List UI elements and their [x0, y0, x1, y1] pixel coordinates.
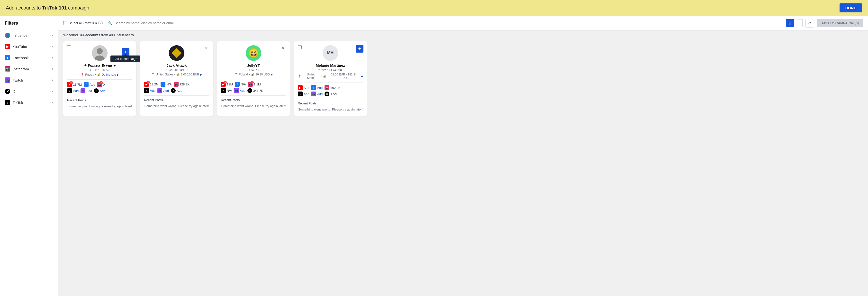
influencers-count: 493 influencers [109, 33, 134, 37]
x-stat-icon: ✕ [171, 88, 176, 93]
stat-tiktok-princess: ♪ Add [67, 88, 79, 93]
add-to-campaign-btn-melanie[interactable]: + [356, 45, 364, 53]
settings-button[interactable]: ⚙ [805, 19, 814, 28]
stat-twitch-jelly: 📺 Add [234, 88, 245, 93]
stat-facebook-jelly: f N/A [235, 82, 246, 87]
search-input[interactable] [105, 19, 783, 27]
rate-arrow: ▶ [117, 73, 119, 77]
add-youtube-btn-melanie[interactable]: Add [304, 86, 309, 90]
close-btn-jelly[interactable]: ✕ [280, 45, 286, 52]
main-layout: Filters 👤 Influencer ▾ ▶ YouTube ▾ f Fac… [0, 16, 868, 296]
rate-arrow: ▶ [271, 73, 273, 76]
recent-posts-error: Something went wrong. Please try again l… [221, 104, 286, 109]
card-meta-princess: F • ID 1019357 [67, 69, 132, 72]
stat-facebook-jack: f N/A [161, 82, 172, 87]
sidebar-item-youtube[interactable]: ▶ YouTube ▾ [0, 41, 58, 52]
add-twitch-btn-jelly[interactable]: Add [240, 89, 245, 92]
chevron-down-icon: ▾ [52, 45, 53, 48]
sidebar-item-influencer[interactable]: 👤 Influencer ▾ [0, 30, 58, 41]
sidebar-item-tiktok[interactable]: ♪ TikTok ▾ [0, 97, 58, 108]
location-icon: 📍 [234, 73, 238, 76]
avatar-image [92, 45, 107, 61]
add-facebook-btn-princess[interactable]: Add [90, 83, 95, 86]
add-twitch-btn-jack[interactable]: Add [163, 89, 169, 92]
toolbar: Select all (max 89) ? 🔍 ⊞ ☰ ⚙ ADD TO CAM… [58, 16, 868, 31]
person-icon: 👤 [5, 33, 10, 38]
card-name-melanie: Melanie Martinez [298, 63, 363, 67]
avatar-princess [92, 45, 107, 61]
add-tiktok-btn-melanie[interactable]: Add [304, 92, 309, 96]
influencer-card-jack: ✕ Jack Attack 21 y/o • ID 849011 📍 Unite… [140, 41, 213, 116]
sidebar: Filters 👤 Influencer ▾ ▶ YouTube ▾ f Fac… [0, 16, 58, 296]
add-facebook-btn-melanie[interactable]: Add [317, 86, 322, 90]
card-checkbox-princess[interactable] [67, 45, 71, 49]
chevron-down-icon: ▾ [52, 90, 53, 93]
add-to-campaign-button[interactable]: ADD TO CAMPAIGN (0) [817, 19, 863, 27]
recent-posts-label: Recent Posts [298, 101, 363, 105]
stats-row-1-jack: ▶ 2 13.2M f N/A 📷 128.3K [144, 82, 209, 87]
stat-x-melanie: ✕ 1.5M [324, 91, 337, 96]
add-tiktok-btn-jack[interactable]: Add [150, 89, 155, 92]
stat-facebook-princess: f Add [84, 82, 95, 87]
sidebar-item-twitch[interactable]: 📺 Twitch ▾ [0, 75, 58, 86]
tiktok-stat-icon: ♪ [298, 91, 303, 96]
stat-x-jack: ✕ Add [171, 88, 182, 93]
rate-arrow: ▶ [200, 73, 202, 76]
stat-instagram-melanie: 📷 462.2K [324, 85, 340, 90]
add-tiktok-btn-princess[interactable]: Add [73, 89, 79, 93]
influencer-card-melanie: + MM Melanie Martinez 29 y/o • ID 743734… [294, 41, 367, 116]
card-checkbox-melanie[interactable] [298, 45, 302, 49]
card-location-melanie: 📍 United States • 💰 68.00 EUR - 181.24 E… [298, 73, 363, 80]
recent-posts-label: Recent Posts [144, 98, 209, 102]
close-btn-jack[interactable]: ✕ [203, 45, 210, 52]
stat-instagram-princess: 📷 2 0 [97, 82, 104, 87]
view-toggle: ⊞ ☰ [786, 19, 803, 27]
instagram-stat-icon: 📷 2 [248, 82, 253, 87]
add-twitch-btn-princess[interactable]: Add [86, 89, 92, 93]
location-icon: 📍 [151, 73, 155, 76]
location-icon: 📍 [81, 73, 84, 77]
stat-tiktok-jelly: ♪ N/A [221, 88, 232, 93]
youtube-stat-icon: ▶ 6 [221, 82, 226, 87]
list-view-button[interactable]: ☰ [795, 19, 803, 27]
done-button[interactable]: DONE [840, 3, 862, 12]
sidebar-item-label: Facebook [13, 56, 29, 60]
card-location-jelly: 📍 Poland • 💰 96.38 USD ▶ [221, 73, 286, 76]
stat-twitch-princess: 📺 Add [81, 88, 92, 93]
stat-instagram-jack: 📷 128.3K [174, 82, 189, 87]
stat-facebook-melanie: f Add [311, 85, 322, 90]
recent-posts-label: Recent Posts [221, 98, 286, 102]
stats-row-1-melanie: ▶ Add f Add 📷 462.2K [298, 85, 363, 90]
stats-row-1-jelly: ▶ 6 13M f N/A 📷 2 1.1M [221, 82, 286, 87]
sidebar-item-label: Influencer [13, 33, 29, 37]
add-x-btn-princess[interactable]: Add [100, 89, 105, 93]
tiktok-icon: ♪ [5, 100, 10, 105]
tiktok-stat-icon: ♪ [144, 88, 149, 93]
define-rate-link[interactable]: Define rate [102, 73, 116, 77]
youtube-icon: ▶ [5, 44, 10, 49]
rate-icon: 💰 [176, 73, 180, 76]
rate-icon: 💰 [97, 73, 101, 77]
facebook-stat-icon: f [84, 82, 89, 87]
chevron-down-icon: ▾ [52, 56, 53, 59]
results-count: 814 accounts [79, 33, 100, 37]
twitch-icon: 📺 [5, 78, 10, 83]
add-to-campaign-btn-princess[interactable]: + [122, 48, 129, 56]
stat-twitch-jack: 📺 Add [157, 88, 169, 93]
sidebar-item-label: Instagram [13, 67, 29, 71]
sidebar-item-x[interactable]: ✕ X ▾ [0, 86, 58, 97]
card-meta-jack: 21 y/o • ID 849011 [144, 68, 209, 72]
help-icon[interactable]: ? [98, 21, 103, 25]
grid-view-button[interactable]: ⊞ [786, 19, 794, 27]
add-x-btn-jack[interactable]: Add [177, 89, 182, 92]
instagram-icon: 📷 [5, 66, 10, 71]
sidebar-item-facebook[interactable]: f Facebook ▾ [0, 52, 58, 63]
page-title: Add accounts to TikTok 101 campaign [6, 5, 89, 11]
select-all-checkbox[interactable] [63, 21, 67, 25]
add-twitch-btn-melanie[interactable]: Add [317, 92, 322, 96]
stats-row-2-jelly: ♪ N/A 📺 Add ✕ 343.7K [221, 88, 286, 93]
x-stat-icon: ✕ [94, 88, 99, 93]
chevron-down-icon: ▾ [52, 78, 53, 82]
influencer-card-jelly: ✕ 😄 JellyYT ID 743732 📍 Poland • 💰 96.38… [217, 41, 290, 116]
sidebar-item-instagram[interactable]: 📷 Instagram ▾ [0, 63, 58, 75]
